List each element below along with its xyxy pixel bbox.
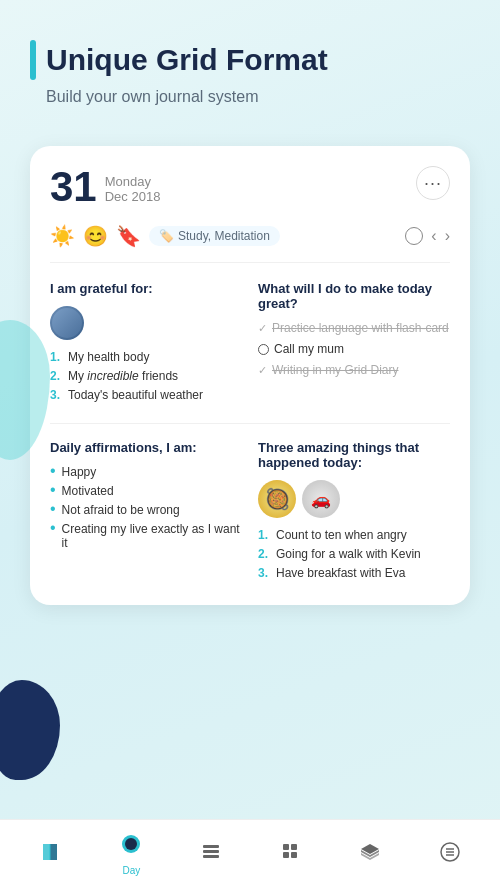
- nav-day-label: Day: [123, 865, 141, 876]
- date-number: 31: [50, 166, 97, 208]
- amazing-item-1: Count to ten when angry: [276, 528, 407, 542]
- car-icon: 🚗: [302, 480, 340, 518]
- list-icon: [439, 841, 461, 869]
- grid-icon: [280, 841, 302, 869]
- amazing-item-2: Going for a walk with Kevin: [276, 547, 421, 561]
- card-header: 31 Monday Dec 2018 ···: [50, 166, 450, 208]
- list-item: 2. Going for a walk with Kevin: [258, 547, 450, 561]
- affirmations-section: Daily affirmations, I am: • Happy • Moti…: [50, 440, 242, 585]
- make-great-title: What will I do to make today great?: [258, 281, 450, 311]
- nav-item-grid[interactable]: [280, 841, 302, 869]
- tag-label: 🏷️ Study, Meditation: [149, 226, 280, 246]
- svg-rect-4: [203, 855, 219, 858]
- list-item: • Motivated: [50, 484, 242, 498]
- nav-item-journal[interactable]: [39, 840, 63, 870]
- amazing-section: Three amazing things that happened today…: [258, 440, 450, 585]
- list-item: 1. My health body: [50, 350, 242, 364]
- affirmation-1: Happy: [62, 465, 97, 479]
- avatar: [50, 306, 84, 340]
- affirmations-title: Daily affirmations, I am:: [50, 440, 242, 455]
- emoji-row: ☀️ 😊 🔖 🏷️ Study, Meditation ‹ ›: [50, 224, 450, 263]
- amazing-images: 🥘 🚗: [258, 480, 450, 518]
- affirmation-3: Not afraid to be wrong: [62, 503, 180, 517]
- list-item: 1. Count to ten when angry: [258, 528, 450, 542]
- list-item: Call my mum: [258, 342, 450, 356]
- list-item: 3. Have breakfast with Eva: [258, 566, 450, 580]
- bottom-grid: Daily affirmations, I am: • Happy • Moti…: [50, 440, 450, 585]
- list-item: • Not afraid to be wrong: [50, 503, 242, 517]
- grateful-item-3: Today's beautiful weather: [68, 388, 203, 402]
- nav-icons: ‹ ›: [405, 227, 450, 245]
- date-block: 31 Monday Dec 2018: [50, 166, 160, 208]
- page-subtitle: Build your own journal system: [46, 88, 470, 106]
- svg-rect-2: [203, 845, 219, 848]
- avatar-inner: [52, 308, 82, 338]
- list-item: • Happy: [50, 465, 242, 479]
- nav-next-arrow[interactable]: ›: [445, 227, 450, 245]
- svg-rect-7: [283, 852, 289, 858]
- teal-accent-bar: [30, 40, 36, 80]
- date-month: Dec 2018: [105, 189, 161, 204]
- nav-item-day[interactable]: Day: [120, 833, 142, 876]
- emoji-bookmark: 🔖: [116, 224, 141, 248]
- list-item: ✓ Practice language with flash-card: [258, 321, 450, 335]
- bullet-icon: •: [50, 501, 56, 517]
- header: Unique Grid Format Build your own journa…: [0, 0, 500, 126]
- amazing-image-2: 🚗: [302, 480, 340, 518]
- task-circle-icon: [258, 344, 269, 355]
- emoji-smile: 😊: [83, 224, 108, 248]
- nav-circle[interactable]: [405, 227, 423, 245]
- bullet-icon: •: [50, 463, 56, 479]
- nav-item-list[interactable]: [439, 841, 461, 869]
- grateful-list: 1. My health body 2. My incredible frien…: [50, 350, 242, 402]
- check-icon: ✓: [258, 322, 267, 335]
- date-sub: Monday Dec 2018: [105, 174, 161, 208]
- task-1: Practice language with flash-card: [272, 321, 449, 335]
- section-divider: [50, 423, 450, 424]
- task-2: Call my mum: [274, 342, 344, 356]
- svg-rect-5: [283, 844, 289, 850]
- svg-rect-8: [291, 852, 297, 858]
- decorative-blob-navy: [0, 680, 60, 780]
- task-list: ✓ Practice language with flash-card Call…: [258, 321, 450, 377]
- grateful-section: I am grateful for: 1. My health body 2. …: [50, 281, 242, 407]
- grateful-item-2: My incredible friends: [68, 369, 178, 383]
- svg-point-1: [125, 838, 137, 850]
- svg-rect-3: [203, 850, 219, 853]
- affirmations-list: • Happy • Motivated • Not afraid to be w…: [50, 465, 242, 550]
- layers-icon: [359, 841, 381, 869]
- menu-button[interactable]: ···: [416, 166, 450, 200]
- book-icon: [39, 840, 63, 870]
- bullet-icon: •: [50, 482, 56, 498]
- food-icon: 🥘: [258, 480, 296, 518]
- journal-card: 31 Monday Dec 2018 ··· ☀️ 😊 🔖 🏷️ Study, …: [30, 146, 470, 605]
- tag-icon: 🏷️: [159, 229, 174, 243]
- amazing-title: Three amazing things that happened today…: [258, 440, 450, 470]
- list-item: • Creating my live exactly as I want it: [50, 522, 242, 550]
- grateful-item-1: My health body: [68, 350, 149, 364]
- circle-icon: [120, 833, 142, 861]
- list-item: ✓ Writing in my Grid Diary: [258, 363, 450, 377]
- task-3: Writing in my Grid Diary: [272, 363, 398, 377]
- check-icon: ✓: [258, 364, 267, 377]
- top-grid: I am grateful for: 1. My health body 2. …: [50, 281, 450, 407]
- affirmation-4: Creating my live exactly as I want it: [62, 522, 242, 550]
- grateful-title: I am grateful for:: [50, 281, 242, 296]
- amazing-image-1: 🥘: [258, 480, 296, 518]
- bottom-nav: Day: [0, 819, 500, 889]
- bars-icon: [200, 841, 222, 869]
- emoji-sun: ☀️: [50, 224, 75, 248]
- make-great-section: What will I do to make today great? ✓ Pr…: [258, 281, 450, 407]
- nav-item-bars[interactable]: [200, 841, 222, 869]
- svg-rect-6: [291, 844, 297, 850]
- tag-text: Study, Meditation: [178, 229, 270, 243]
- list-item: 2. My incredible friends: [50, 369, 242, 383]
- date-day: Monday: [105, 174, 161, 189]
- nav-item-layers[interactable]: [359, 841, 381, 869]
- amazing-item-3: Have breakfast with Eva: [276, 566, 405, 580]
- affirmation-2: Motivated: [62, 484, 114, 498]
- nav-prev-arrow[interactable]: ‹: [431, 227, 436, 245]
- amazing-list: 1. Count to ten when angry 2. Going for …: [258, 528, 450, 580]
- bullet-icon: •: [50, 520, 56, 536]
- page-title: Unique Grid Format: [46, 43, 328, 77]
